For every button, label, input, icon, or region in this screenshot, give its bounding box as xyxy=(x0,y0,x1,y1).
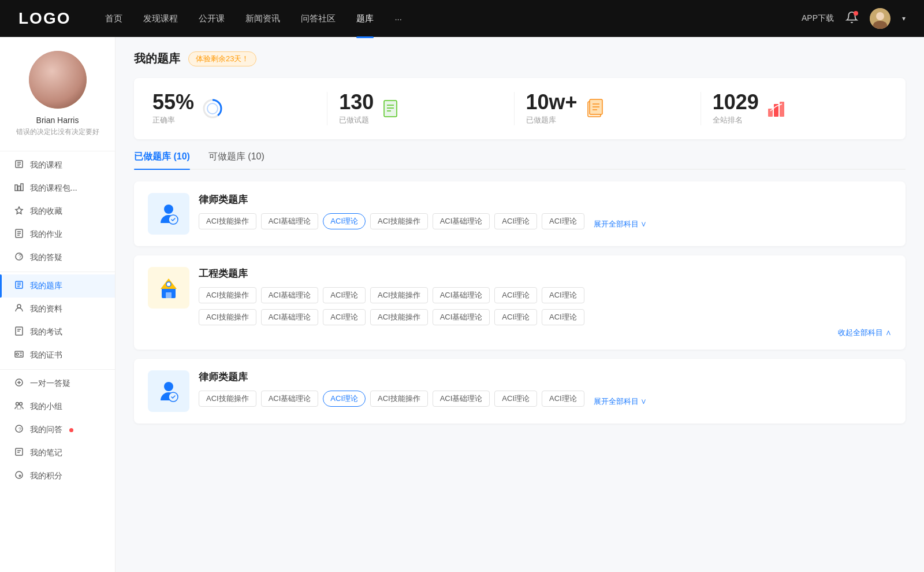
sidebar-divider2 xyxy=(0,272,115,272)
nav-item-qa[interactable]: 问答社区 xyxy=(301,11,336,27)
svg-rect-44 xyxy=(384,101,397,117)
bank-tag[interactable]: ACI理论 xyxy=(494,213,537,229)
tab-available-banks[interactable]: 可做题库 (10) xyxy=(208,151,264,169)
bank-tag[interactable]: ACI基础理论 xyxy=(261,391,319,407)
bank-tag[interactable]: ACI技能操作 xyxy=(199,391,256,407)
bank-tag[interactable]: ACI理论 xyxy=(323,309,366,325)
stat-done-banks: 10w+ 已做题库 xyxy=(515,92,701,125)
bank-tag[interactable]: ACI技能操作 xyxy=(370,287,428,303)
bank-tags-2-row2: ACI技能操作 ACI基础理论 ACI理论 ACI技能操作 ACI基础理论 AC… xyxy=(199,309,892,325)
nav-item-home[interactable]: 首页 xyxy=(105,11,122,27)
bank-icon-lawyer-1 xyxy=(148,193,189,235)
bank-tag[interactable]: ACI技能操作 xyxy=(370,309,428,325)
bank-expand-3[interactable]: 展开全部科目 ∨ xyxy=(594,396,647,407)
nav-item-questionbank[interactable]: 题库 xyxy=(356,11,374,27)
bank-tag[interactable]: ACI基础理论 xyxy=(261,309,319,325)
bank-tag[interactable]: ACI理论 xyxy=(323,287,366,303)
sidebar-item-label: 一对一答疑 xyxy=(30,378,70,389)
nav-item-news[interactable]: 新闻资讯 xyxy=(245,11,280,27)
nav-item-open-course[interactable]: 公开课 xyxy=(199,11,225,27)
notification-dot xyxy=(854,11,858,16)
bank-tag[interactable]: ACI技能操作 xyxy=(199,309,256,325)
certificate-icon xyxy=(14,350,24,361)
stat-ranking-label: 全站排名 xyxy=(713,115,759,125)
bank-collapse-2[interactable]: 收起全部科目 ∧ xyxy=(838,328,892,338)
sidebar-item-certificate[interactable]: 我的证书 xyxy=(0,344,115,367)
stat-banks-label: 已做题库 xyxy=(526,115,578,125)
bank-tag[interactable]: ACI理论 xyxy=(542,309,584,325)
user-dropdown-arrow[interactable]: ▾ xyxy=(902,14,906,23)
sidebar-avatar xyxy=(29,51,87,109)
user-avatar[interactable] xyxy=(870,8,891,29)
sidebar-item-my-questions[interactable]: ? 我的问答 xyxy=(0,418,115,441)
svg-point-43 xyxy=(207,103,218,114)
bank-tag[interactable]: ACI理论 xyxy=(542,287,584,303)
bank-tag-active[interactable]: ACI理论 xyxy=(323,391,366,407)
bank-tag-active[interactable]: ACI理论 xyxy=(323,213,366,229)
nav-menu: 首页 发现课程 公开课 新闻资讯 问答社区 题库 ··· xyxy=(105,11,802,27)
bank-title-1: 律师类题库 xyxy=(199,193,892,206)
bank-tag[interactable]: ACI基础理论 xyxy=(433,287,490,303)
sidebar-item-tutoring[interactable]: 一对一答疑 xyxy=(0,372,115,395)
bank-card-3: 律师类题库 ACI技能操作 ACI基础理论 ACI理论 ACI技能操作 ACI基… xyxy=(134,359,906,424)
sidebar-item-homework[interactable]: 我的作业 xyxy=(0,223,115,246)
stat-done-label: 已做试题 xyxy=(339,115,374,125)
bank-tag[interactable]: ACI技能操作 xyxy=(370,391,428,407)
sidebar-username: Brian Harris xyxy=(36,116,79,125)
bank-tag[interactable]: ACI基础理论 xyxy=(433,391,490,407)
sidebar-item-my-qa[interactable]: ? 我的答疑 xyxy=(0,246,115,269)
bank-tag[interactable]: ACI理论 xyxy=(542,391,584,407)
sidebar-item-question-bank[interactable]: 我的题库 xyxy=(0,274,115,298)
bank-tag[interactable]: ACI理论 xyxy=(542,213,584,229)
notification-bell[interactable] xyxy=(845,11,858,26)
bank-tag[interactable]: ACI技能操作 xyxy=(370,213,428,229)
svg-point-21 xyxy=(17,304,21,308)
bank-tag[interactable]: ACI理论 xyxy=(494,391,537,407)
bank-tag[interactable]: ACI基础理论 xyxy=(433,309,490,325)
nav-item-courses[interactable]: 发现课程 xyxy=(143,11,178,27)
navbar-right: APP下载 ▾ xyxy=(802,8,906,29)
bank-tag[interactable]: ACI基础理论 xyxy=(261,287,319,303)
bank-actions-row-2: 收起全部科目 ∧ xyxy=(199,328,892,338)
bank-tag[interactable]: ACI理论 xyxy=(494,287,537,303)
sidebar-item-label: 我的课程 xyxy=(30,160,62,170)
sidebar-item-group[interactable]: 我的小组 xyxy=(0,395,115,418)
nav-item-more[interactable]: ··· xyxy=(394,12,402,26)
accuracy-chart-icon xyxy=(202,98,223,119)
sidebar-item-exam[interactable]: 我的考试 xyxy=(0,321,115,344)
sidebar-item-points[interactable]: ★ 我的积分 xyxy=(0,465,115,488)
svg-text:?: ? xyxy=(18,426,21,432)
sidebar-item-profile[interactable]: 我的资料 xyxy=(0,298,115,321)
svg-point-64 xyxy=(164,382,173,391)
bank-tag[interactable]: ACI技能操作 xyxy=(199,287,256,303)
bank-card-1: 律师类题库 ACI技能操作 ACI基础理论 ACI理论 ACI技能操作 ACI基… xyxy=(134,181,906,246)
svg-text:?: ? xyxy=(18,254,22,260)
trial-badge: 体验剩余23天！ xyxy=(188,51,256,66)
sidebar-item-course-package[interactable]: 我的课程包... xyxy=(0,177,115,200)
sidebar-item-label: 我的笔记 xyxy=(30,448,62,458)
bank-tags-3: ACI技能操作 ACI基础理论 ACI理论 ACI技能操作 ACI基础理论 AC… xyxy=(199,391,584,407)
exam-icon xyxy=(14,326,24,338)
tutoring-icon xyxy=(14,378,24,389)
sidebar-item-my-courses[interactable]: 我的课程 xyxy=(0,154,115,177)
sidebar-item-notes[interactable]: 我的笔记 xyxy=(0,441,115,465)
logo[interactable]: LOGO xyxy=(18,9,70,28)
app-download-button[interactable]: APP下载 xyxy=(802,13,834,24)
bank-expand-1[interactable]: 展开全部科目 ∨ xyxy=(594,219,647,229)
sidebar-item-label: 我的证书 xyxy=(30,350,62,361)
tab-done-banks[interactable]: 已做题库 (10) xyxy=(134,151,190,169)
sidebar-item-label: 我的作业 xyxy=(30,229,62,240)
bank-tag[interactable]: ACI基础理论 xyxy=(261,213,319,229)
bank-icon-engineer xyxy=(148,267,189,309)
ranking-icon xyxy=(767,98,788,119)
bank-tag[interactable]: ACI理论 xyxy=(494,309,537,325)
bank-tag[interactable]: ACI基础理论 xyxy=(433,213,490,229)
bank-tag[interactable]: ACI技能操作 xyxy=(199,213,256,229)
sidebar-item-favorites[interactable]: 我的收藏 xyxy=(0,200,115,223)
sidebar-divider3 xyxy=(0,369,115,370)
sidebar-item-label: 我的收藏 xyxy=(30,206,62,217)
stat-ranking-value: 1029 xyxy=(713,92,759,113)
question-bank-icon xyxy=(14,280,24,292)
bank-title-3: 律师类题库 xyxy=(199,370,892,384)
done-banks-icon xyxy=(586,98,606,119)
